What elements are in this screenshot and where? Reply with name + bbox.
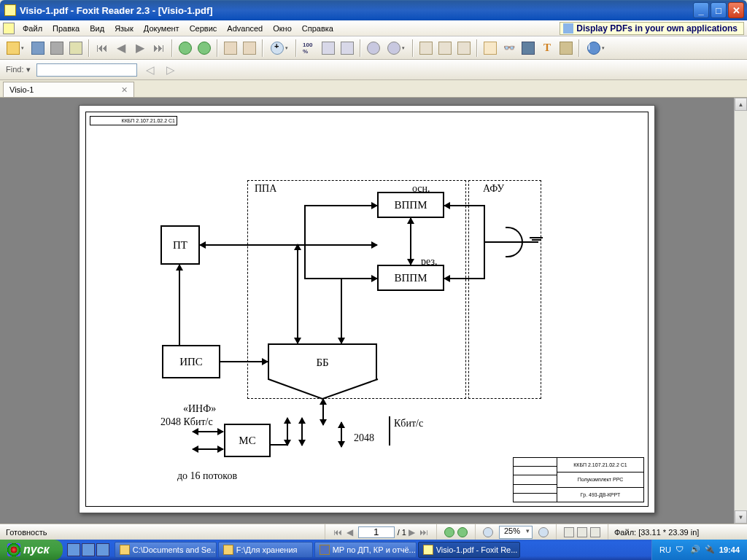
menu-edit[interactable]: Правка <box>47 23 85 34</box>
next-page-button[interactable]: ▶ <box>131 39 149 57</box>
text-tool-button[interactable]: T <box>538 39 556 57</box>
zoom-in-circle-button[interactable] <box>384 39 409 57</box>
status-prev-button[interactable]: ◀ <box>344 527 355 537</box>
start-button[interactable]: пуск <box>0 540 63 560</box>
last-page-button[interactable]: ⏭ <box>150 39 168 57</box>
label-afu: АФУ <box>483 183 504 195</box>
snapshot-button[interactable] <box>557 39 575 57</box>
region-afu <box>468 180 541 399</box>
status-layout-1-button[interactable] <box>564 527 574 537</box>
task-item-2[interactable]: F:\Для хранения <box>218 542 313 558</box>
tray-icon-1[interactable]: 🛡 <box>676 545 686 555</box>
task-item-1[interactable]: C:\Documents and Se... <box>115 542 217 558</box>
rotate-ccw-icon <box>224 42 237 55</box>
status-forward-button[interactable] <box>457 527 468 537</box>
maximize-button[interactable]: □ <box>711 2 727 18</box>
rotate-cw-button[interactable] <box>241 39 258 57</box>
forward-button[interactable] <box>196 39 213 57</box>
hand-tool-button[interactable] <box>481 39 499 57</box>
bb-funnel-icon <box>268 378 379 400</box>
back-button[interactable] <box>177 39 194 57</box>
print-button[interactable] <box>48 39 66 57</box>
label-ppa: ППА <box>255 183 276 195</box>
fit-width-button[interactable] <box>338 39 356 57</box>
tabbar: Visio-1 ✕ <box>0 80 747 98</box>
status-last-button[interactable]: ⏭ <box>417 527 430 537</box>
status-first-button[interactable]: ⏮ <box>331 527 344 537</box>
vertical-scrollbar[interactable]: ▲ ▼ <box>734 98 747 524</box>
system-tray: RU 🛡 🔊 🔌 19:44 <box>651 540 747 560</box>
menu-file[interactable]: Файл <box>18 23 47 34</box>
language-indicator[interactable]: RU <box>659 545 671 554</box>
minimize-button[interactable]: _ <box>693 2 709 18</box>
save-button[interactable] <box>29 39 47 57</box>
menu-service[interactable]: Сервис <box>185 23 222 34</box>
find-next-button[interactable]: ▷ <box>163 63 178 77</box>
glasses-icon: 👓 <box>503 42 515 53</box>
layout-1-button[interactable] <box>417 39 435 57</box>
find-input[interactable] <box>36 63 137 77</box>
menu-document[interactable]: Документ <box>139 23 185 34</box>
word-icon <box>320 545 330 555</box>
status-zoom-in-button[interactable] <box>538 527 549 537</box>
tab-label: Visio-1 <box>9 85 34 94</box>
fit-page-button[interactable] <box>320 39 337 57</box>
layout-3-icon <box>457 42 471 55</box>
tab-close-button[interactable]: ✕ <box>121 85 128 95</box>
menu-view[interactable]: Вид <box>85 23 109 34</box>
promo-link[interactable]: Display PDFs in your own applications <box>560 22 744 35</box>
status-layout-group <box>557 524 608 540</box>
ql-app-button[interactable] <box>96 543 109 556</box>
document-viewport[interactable]: ККБП 2.107.21.02.2 С1 ППА осн. рез. АФУ … <box>0 98 734 524</box>
windows-logo-icon <box>7 543 20 556</box>
status-layout-3-button[interactable] <box>590 527 600 537</box>
zoom-in-button[interactable] <box>267 39 292 57</box>
mail-button[interactable] <box>67 39 85 57</box>
info-button[interactable]: i <box>584 39 608 57</box>
label-flows: до 16 потоков <box>177 470 237 482</box>
layout-2-button[interactable] <box>436 39 454 57</box>
foxit-icon <box>423 545 433 555</box>
page-number-input[interactable] <box>358 526 395 538</box>
promo-icon <box>563 23 573 34</box>
status-layout-2-button[interactable] <box>577 527 587 537</box>
open-button[interactable] <box>3 39 28 57</box>
find-label: Find: ▾ <box>6 65 31 74</box>
rotate-ccw-button[interactable] <box>222 39 239 57</box>
ql-ie-button[interactable] <box>82 543 95 556</box>
task-item-3[interactable]: МР по ДП, КР и отчё... <box>314 542 417 558</box>
menu-advanced[interactable]: Advanced <box>222 23 268 34</box>
status-back-button[interactable] <box>444 527 454 537</box>
text-icon: T <box>543 42 551 54</box>
zoom-out-circle-icon <box>367 42 380 55</box>
zoom-combo[interactable]: 25% <box>499 526 533 539</box>
tray-icon-3[interactable]: 🔌 <box>705 545 715 555</box>
scroll-down-button[interactable]: ▼ <box>735 510 747 524</box>
document-tab[interactable]: Visio-1 ✕ <box>3 82 134 97</box>
first-page-button[interactable]: ⏮ <box>93 39 111 57</box>
close-button[interactable]: ✕ <box>728 2 744 18</box>
menu-lang[interactable]: Язык <box>109 23 139 34</box>
layout-2-icon <box>438 42 452 55</box>
scroll-up-button[interactable]: ▲ <box>735 98 747 111</box>
menu-window[interactable]: Окно <box>268 23 297 34</box>
layout-3-button[interactable] <box>455 39 473 57</box>
clock[interactable]: 19:44 <box>719 545 740 554</box>
find-button[interactable] <box>519 39 537 57</box>
box-vppm-2: ВППМ <box>377 265 444 291</box>
task-item-4[interactable]: Visio-1.pdf - Foxit Re... <box>418 542 520 558</box>
prev-page-button[interactable]: ◀ <box>112 39 130 57</box>
menu-help[interactable]: Справка <box>297 23 338 34</box>
ql-desktop-button[interactable] <box>67 543 80 556</box>
zoom-out-circle-button[interactable] <box>365 39 382 57</box>
status-next-button[interactable]: ▶ <box>406 527 417 537</box>
find-prev-button[interactable]: ◁ <box>143 63 158 77</box>
status-zoom-out-button[interactable] <box>483 527 493 537</box>
zoom-100-button[interactable]: 100% <box>301 39 318 57</box>
zoom-in-icon <box>271 42 284 55</box>
document-area: ККБП 2.107.21.02.2 С1 ППА осн. рез. АФУ … <box>0 98 747 524</box>
tray-icon-2[interactable]: 🔊 <box>690 545 700 555</box>
select-tool-button[interactable]: 👓 <box>500 39 518 57</box>
status-ready: Готовность <box>0 524 325 540</box>
fit-width-icon <box>341 42 354 55</box>
